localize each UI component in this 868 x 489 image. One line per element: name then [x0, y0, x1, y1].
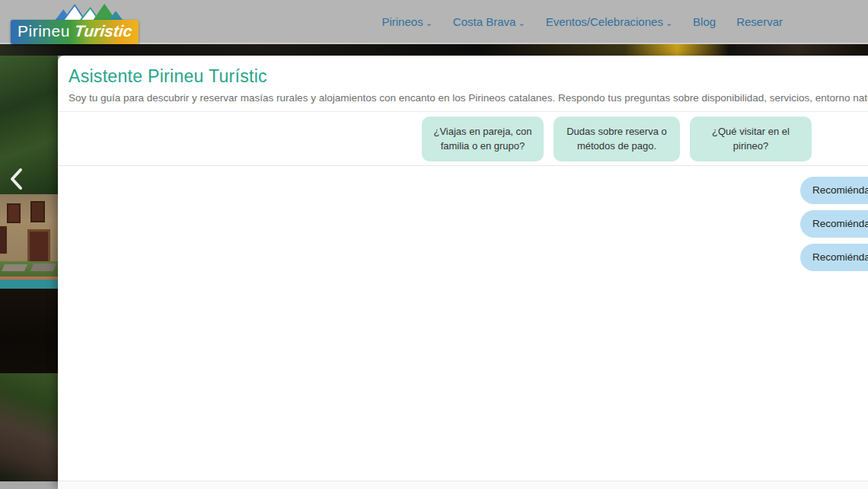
site-logo[interactable]: Pirineu Turistic: [11, 2, 139, 44]
nav-item-label: Pirineos: [381, 15, 423, 28]
house-door: [27, 229, 50, 266]
nav-item-costa-brava[interactable]: Costa Brava ⌄: [453, 15, 525, 28]
chat-input-area-edge: [58, 481, 868, 489]
chevron-down-icon: ⌄: [665, 19, 672, 27]
house-door: [0, 226, 7, 254]
nav-item-label: Eventos/Celebraciones: [546, 15, 663, 28]
suggestion-button-booking-payment[interactable]: Dudas sobre reserva o métodos de pago.: [554, 117, 680, 161]
quick-reply-chip[interactable]: Recomiéndan: [800, 210, 868, 238]
nav-item-pirineos[interactable]: Pirineos ⌄: [381, 15, 432, 28]
quick-reply-chip[interactable]: Recomiéndan: [800, 244, 868, 271]
assistant-modal: Asistente Pirineu Turístic Soy tu guía p…: [58, 56, 868, 489]
logo-banner: Pirineu Turistic: [11, 20, 139, 44]
hero-image-band: [0, 44, 868, 56]
suggestion-button-what-to-visit[interactable]: ¿Qué visitar en el pirineo?: [690, 117, 812, 161]
chevron-down-icon: ⌄: [426, 19, 432, 27]
page-footer-strip: [0, 481, 58, 489]
carousel-image-lawn-loungers: [0, 261, 58, 276]
carousel-image-pool: [0, 276, 58, 289]
house-window: [7, 203, 21, 223]
carousel-image-stone-house: [0, 194, 58, 261]
carousel-image-shadow: [0, 289, 58, 373]
nav-item-eventos[interactable]: Eventos/Celebraciones ⌄: [546, 15, 672, 28]
quick-reply-list: Recomiéndan Recomiéndan Recomiéndan: [800, 177, 868, 271]
assistant-header: Asistente Pirineu Turístic Soy tu guía p…: [58, 56, 868, 112]
page: Pirineu Turistic Pirineos ⌄ Costa Brava …: [0, 0, 868, 489]
chevron-left-icon: [9, 168, 23, 190]
chevron-down-icon: ⌄: [518, 19, 525, 27]
logo-text-regular: Pirineu: [18, 22, 70, 40]
logo-text-italic: Turistic: [74, 22, 133, 40]
carousel-prev-button[interactable]: [8, 166, 24, 192]
suggestion-row: ¿Viajas en pareja, con familia o en grup…: [58, 112, 868, 166]
sun-lounger: [30, 264, 56, 271]
carousel-background: [0, 56, 58, 489]
assistant-subtitle: Soy tu guía para descubrir y reservar ma…: [69, 92, 868, 104]
site-header: Pirineu Turistic Pirineos ⌄ Costa Brava …: [0, 0, 868, 44]
nav-item-label: Blog: [693, 15, 716, 28]
assistant-title: Asistente Pirineu Turístic: [69, 66, 868, 87]
main-nav: Pirineos ⌄ Costa Brava ⌄ Eventos/Celebra…: [381, 0, 783, 43]
nav-item-reservar[interactable]: Reservar: [736, 15, 783, 28]
chat-body: Recomiéndan Recomiéndan Recomiéndan: [58, 166, 868, 481]
carousel-image-lounger-closeup: [0, 373, 58, 481]
house-window: [30, 201, 45, 222]
nav-item-label: Costa Brava: [453, 15, 516, 28]
sun-lounger: [2, 264, 27, 271]
quick-reply-chip[interactable]: Recomiéndan: [800, 177, 868, 204]
nav-item-label: Reservar: [736, 15, 783, 28]
nav-item-blog[interactable]: Blog: [693, 15, 716, 28]
suggestion-button-travel-group[interactable]: ¿Viajas en pareja, con familia o en grup…: [422, 117, 544, 161]
